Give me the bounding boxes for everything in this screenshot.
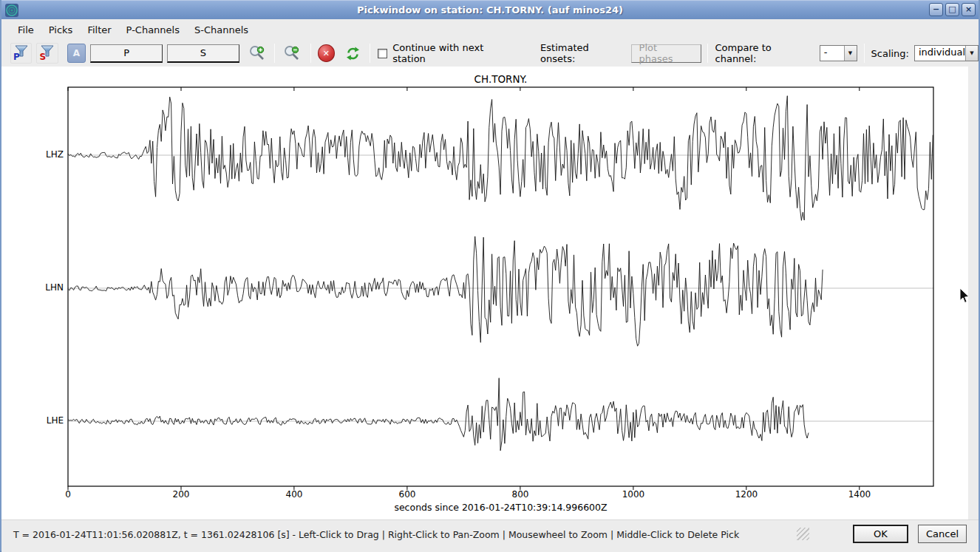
figure-area: CH.TORNY. LHZ LHN LHE 0 200 400 600 800 … bbox=[1, 67, 979, 519]
scaling-select[interactable]: individual ▼ bbox=[914, 45, 979, 61]
zoom-in-icon bbox=[248, 44, 266, 62]
compare-channel-select[interactable]: - ▼ bbox=[820, 45, 857, 61]
delete-pick-button[interactable]: ✕ bbox=[318, 44, 336, 62]
minimize-button[interactable]: − bbox=[929, 3, 943, 16]
figure-canvas[interactable]: CH.TORNY. LHZ LHN LHE 0 200 400 600 800 … bbox=[1, 67, 968, 519]
amplitude-toggle-button[interactable]: A bbox=[67, 44, 86, 63]
zoom-out-icon bbox=[283, 44, 301, 62]
pick-s-button[interactable]: S bbox=[36, 43, 58, 64]
statusbar: T = 2016-01-24T11:01:56.020881Z, t = 136… bbox=[1, 519, 979, 552]
menu-picks[interactable]: Picks bbox=[41, 22, 81, 38]
trace-label-lhe: LHE bbox=[22, 415, 64, 426]
s-pick-label: S bbox=[39, 52, 46, 62]
x-tick-label: 1200 bbox=[724, 489, 769, 500]
titlebar[interactable]: Pickwindow on station: CH.TORNY. (auf mi… bbox=[1, 0, 979, 19]
resize-grip[interactable] bbox=[797, 528, 809, 540]
maximize-button[interactable]: □ bbox=[945, 3, 959, 16]
x-tick-label: 600 bbox=[385, 489, 429, 500]
toolbar: P S A P S bbox=[1, 40, 979, 67]
toolbar-separator bbox=[707, 44, 708, 63]
checkbox-box-icon bbox=[378, 49, 387, 58]
x-tick-label: 1400 bbox=[837, 489, 882, 500]
trace-label-lhn: LHN bbox=[22, 282, 64, 293]
menu-file[interactable]: File bbox=[10, 22, 41, 38]
continue-next-station-checkbox[interactable]: Continue with next station bbox=[378, 42, 517, 64]
menubar: File Picks Filter P-Channels S-Channels bbox=[1, 19, 979, 40]
p-phase-button[interactable]: P bbox=[90, 44, 163, 63]
refresh-button[interactable] bbox=[342, 43, 364, 64]
toolbar-separator bbox=[310, 44, 311, 63]
x-tick-label: 400 bbox=[272, 489, 316, 500]
x-tick-label: 1000 bbox=[611, 489, 656, 500]
close-button[interactable]: × bbox=[962, 3, 976, 16]
s-phase-button[interactable]: S bbox=[167, 44, 239, 63]
status-message: T = 2016-01-24T11:01:56.020881Z, t = 136… bbox=[13, 529, 739, 540]
x-tick-label: 200 bbox=[159, 489, 203, 500]
chevron-down-icon[interactable]: ▼ bbox=[965, 46, 978, 61]
scaling-label: Scaling: bbox=[871, 48, 909, 59]
window-title: Pickwindow on station: CH.TORNY. (auf mi… bbox=[1, 4, 979, 16]
seismogram-canvas[interactable] bbox=[1, 67, 968, 519]
zoom-in-button[interactable] bbox=[246, 43, 268, 64]
scaling-value: individual bbox=[915, 46, 965, 61]
compare-channel-value: - bbox=[820, 46, 844, 61]
menu-s-channels[interactable]: S-Channels bbox=[187, 22, 256, 38]
menu-filter[interactable]: Filter bbox=[80, 22, 118, 38]
p-pick-label: P bbox=[13, 52, 20, 62]
refresh-icon bbox=[346, 47, 360, 61]
x-axis-label: seconds since 2016-01-24T10:39:14.996600… bbox=[68, 502, 933, 513]
toolbar-separator bbox=[274, 44, 275, 63]
pick-window: Pickwindow on station: CH.TORNY. (auf mi… bbox=[0, 0, 980, 552]
zoom-out-button[interactable] bbox=[281, 43, 302, 64]
compare-to-channel-label: Compare to channel: bbox=[715, 42, 814, 64]
toolbar-separator bbox=[370, 44, 370, 63]
chevron-down-icon[interactable]: ▼ bbox=[844, 46, 857, 61]
x-tick-label: 0 bbox=[46, 489, 90, 500]
pick-p-button[interactable]: P bbox=[10, 43, 32, 64]
toolbar-separator bbox=[864, 44, 865, 63]
cancel-button[interactable]: Cancel bbox=[918, 525, 967, 543]
x-tick-label: 800 bbox=[498, 489, 542, 500]
trace-label-lhz: LHZ bbox=[22, 149, 64, 160]
ok-button[interactable]: OK bbox=[853, 525, 908, 543]
menu-p-channels[interactable]: P-Channels bbox=[119, 22, 187, 38]
estimated-onsets-label: Estimated onsets: bbox=[540, 42, 625, 64]
plot-phases-button[interactable]: Plot phases bbox=[631, 44, 701, 63]
continue-checkbox-label: Continue with next station bbox=[392, 42, 517, 64]
